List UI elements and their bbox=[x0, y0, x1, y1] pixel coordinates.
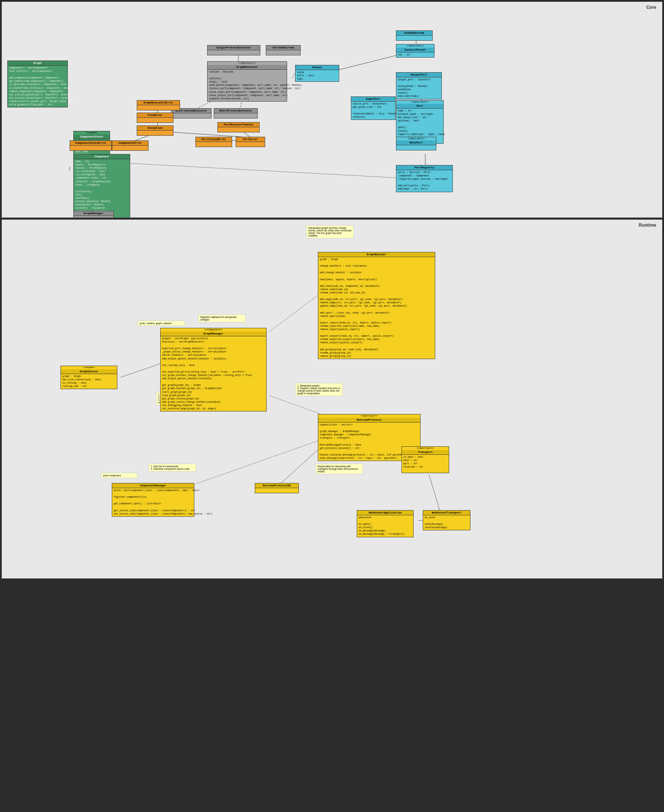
end-substream-class: EndSubStream bbox=[396, 31, 433, 41]
port-registry-body: ports : dict<str, Port> _component : Com… bbox=[396, 170, 452, 192]
port-registry-class: PortRegistry ports : dict<str, Port> _co… bbox=[396, 165, 453, 192]
output-port-class: OutputPort target_port : InputPort send(… bbox=[396, 72, 442, 99]
port-closed-error-title: PortClosedError bbox=[196, 137, 232, 142]
component-error-class: ComponentError bbox=[112, 140, 148, 151]
graph-executor-error-class: GraphExecutorError bbox=[137, 100, 180, 110]
component-error-body bbox=[112, 146, 148, 150]
graph-status-body: graph : Graph has_live_connections : boo… bbox=[61, 374, 117, 389]
runtime-protocol-os-class: RuntimeProtocolOS bbox=[255, 483, 299, 493]
output-port-title: OutputPort bbox=[396, 73, 441, 77]
svg-line-18 bbox=[127, 163, 398, 178]
web-socket-application-class: WebSocketApplication websocket on_open()… bbox=[357, 510, 413, 537]
connect-packet-class: <<abstract>> ConnectPacket key : str bbox=[396, 44, 435, 57]
component-state-error-body bbox=[70, 146, 111, 150]
base-port-stereotype: <<abstract>> bbox=[396, 137, 436, 140]
svg-line-25 bbox=[120, 363, 163, 377]
core-panel-label: Core bbox=[646, 5, 656, 10]
output-port-body: target_port : InputPort send(packet : Pa… bbox=[396, 77, 441, 99]
exception-body bbox=[137, 130, 173, 135]
note-manipulate-graphs: 1. Manipulate graphs 2. Register change … bbox=[295, 383, 343, 396]
distributed-executor-body bbox=[172, 113, 211, 118]
port-receive-timeout-class: PortReceiveTimeout bbox=[217, 122, 260, 132]
flow-error-title: FlowError bbox=[137, 113, 173, 118]
graph-manager-runtime-class: <<component>> GraphManager graphs : set<… bbox=[160, 328, 267, 411]
graph-executor-error-body bbox=[137, 105, 180, 110]
svg-line-26 bbox=[280, 447, 321, 484]
component-body: name : str inputs : PortRegistry outputs… bbox=[74, 159, 130, 217]
single-process-executor-title: SingleProcessExecutor bbox=[208, 46, 260, 50]
base-port-body bbox=[396, 145, 436, 150]
flow-error-body bbox=[137, 118, 173, 122]
exception-title: Exception bbox=[137, 126, 173, 130]
graph-manager-core-class: GraphManager bbox=[73, 211, 114, 218]
component-state-stereotype: <<enum>> bbox=[74, 131, 110, 135]
sort-substream-class: SortSubStream bbox=[266, 45, 301, 55]
svg-line-20 bbox=[270, 396, 321, 414]
component-state-error-class: ComponentStateError bbox=[70, 140, 112, 151]
base-port-title: BasePort bbox=[396, 140, 436, 145]
component-manager-class: ComponentManager proto: dict<component_c… bbox=[112, 483, 194, 517]
connect-packet-body: key : str bbox=[396, 52, 434, 57]
runtime-protocol-title: RuntimeProtocol bbox=[318, 418, 420, 422]
web-socket-transport-body: ha_send send(message) receive(message) bbox=[423, 515, 470, 530]
single-process-executor-body bbox=[208, 50, 260, 55]
port-error-body bbox=[236, 142, 265, 147]
port-registry-title: PortRegistry bbox=[396, 165, 452, 170]
end-substream-title: EndSubStream bbox=[396, 31, 432, 36]
graph-manager-runtime-title: GraphManager bbox=[161, 331, 266, 336]
port-title: Port bbox=[396, 104, 443, 109]
graph-executor-stereotype: <<abstract>> bbox=[208, 62, 287, 65]
graph-executor-error-title: GraphExecutorError bbox=[137, 101, 180, 105]
graph-executor-title: GraphExecutor bbox=[208, 65, 287, 70]
graph-manager-core-title: GraphManager bbox=[74, 211, 113, 216]
runtime-protocol-stereotype: <<abstract>> bbox=[318, 414, 420, 418]
packet-class: Packet valueattrs : dicttype bbox=[295, 65, 339, 82]
graph-builder-title: GraphBuilder bbox=[318, 252, 435, 257]
port-closed-error-class: PortClosedError bbox=[195, 137, 232, 147]
web-socket-transport-class: WebSocketTransport ha_send send(message)… bbox=[423, 510, 470, 530]
multi-process-executor-body bbox=[214, 113, 257, 118]
sort-substream-title: SortSubStream bbox=[266, 46, 300, 50]
graph-status-class: <<enum>> GraphStatus graph : Graph has_l… bbox=[60, 366, 117, 389]
runtime-protocol-os-title: RuntimeProtocolOS bbox=[255, 483, 298, 488]
runtime-panel: Runtime Manipulates graph and fires chan… bbox=[2, 219, 662, 579]
flow-error-class: FlowError bbox=[137, 113, 173, 123]
component-state-error-title: ComponentStateError bbox=[70, 141, 111, 146]
core-panel: Core bbox=[2, 2, 662, 218]
transport-title: Transport bbox=[402, 450, 449, 455]
port-error-class: PortError bbox=[236, 137, 265, 147]
svg-line-22 bbox=[429, 474, 440, 511]
port-receive-timeout-title: PortReceiveTimeout bbox=[218, 122, 259, 127]
component-manager-title: ComponentManager bbox=[112, 483, 194, 488]
graph-class: Graph components : set<Component> self_s… bbox=[7, 60, 68, 108]
note-component-manager: 1. Gets list of components 2. Gets/sets … bbox=[148, 463, 196, 472]
note-responsible: Responsible for interacting with manager… bbox=[315, 463, 363, 474]
graph-builder-body: graph : Graph change_handlers : list <ca… bbox=[318, 257, 435, 359]
runtime-protocol-os-body bbox=[255, 488, 298, 493]
port-receive-timeout-body bbox=[218, 127, 259, 132]
note-manipulates: Manipulates graph and fires change event… bbox=[306, 225, 354, 238]
transport-stereotype: <<abstract>> bbox=[402, 447, 449, 450]
graph-body: components : set<Component> self_starter… bbox=[8, 66, 67, 107]
graph-builder-class: GraphBuilder graph : Graph change_handle… bbox=[318, 252, 435, 359]
note-proto-component: proto component bbox=[101, 473, 137, 478]
packet-body: valueattrs : dicttype bbox=[296, 70, 339, 82]
graph-executor-body: runtime : Runtime execute() stop() : boo… bbox=[208, 70, 287, 101]
exception-class: Exception bbox=[137, 126, 173, 136]
input-port-body: source_port : OutputPort max_queue_size … bbox=[351, 101, 395, 119]
input-port-class: InputPort source_port : OutputPort max_q… bbox=[351, 96, 395, 120]
port-closed-error-body bbox=[196, 142, 232, 147]
transport-class: <<abstract>> Transport is_open : bool ho… bbox=[402, 446, 449, 473]
port-error-title: PortError bbox=[236, 137, 265, 142]
component-error-title: ComponentError bbox=[112, 141, 148, 146]
component-state-title: ComponentState bbox=[74, 135, 110, 139]
sort-substream-body bbox=[266, 50, 300, 55]
graph-manager-core-body bbox=[74, 216, 113, 218]
end-substream-body bbox=[396, 36, 432, 40]
graph-manager-runtime-body: graphs : set<Graph> [persistent] executo… bbox=[161, 336, 266, 411]
multi-process-executor-title: MultiProcessExecutor bbox=[214, 109, 257, 113]
input-port-title: InputPort bbox=[351, 97, 395, 101]
transport-body: is_open : bool host : str port : str rec… bbox=[402, 455, 449, 473]
single-process-executor-class: SingleProcessExecutor bbox=[207, 45, 260, 55]
graph-status-title: GraphStatus bbox=[61, 369, 117, 374]
